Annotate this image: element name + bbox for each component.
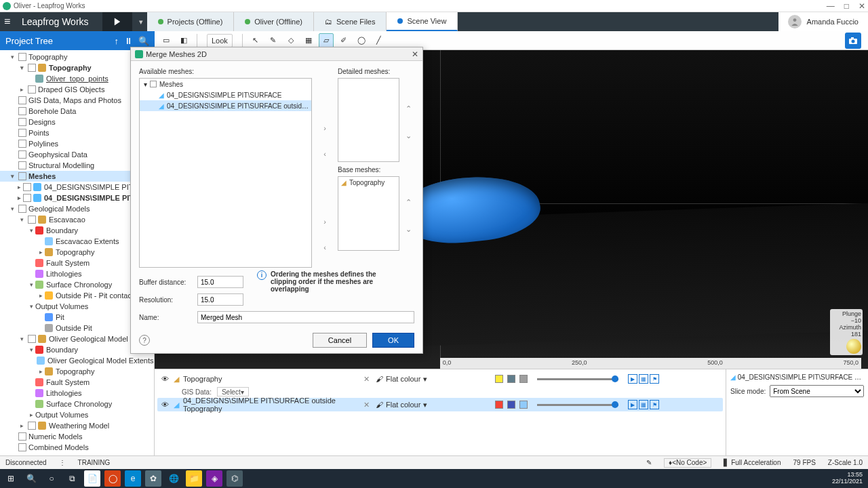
start-icon[interactable]: ⊞: [3, 470, 19, 487]
visibility-icon[interactable]: 👁: [160, 375, 170, 383]
move-down-icon[interactable]: ⌄: [403, 224, 414, 235]
tab-oliver[interactable]: Oliver (Offline): [234, 12, 314, 31]
app-icon[interactable]: ◯: [104, 470, 121, 487]
compass-ball-icon[interactable]: [846, 339, 861, 354]
move-down-icon[interactable]: ⌄: [403, 130, 414, 141]
gis-select[interactable]: Select ▾: [217, 387, 249, 396]
list-item[interactable]: ▾Meshes: [140, 79, 311, 89]
dialog-titlebar[interactable]: Merge Meshes 2D ✕: [131, 47, 422, 61]
resolution-input[interactable]: [197, 293, 243, 306]
tool-pen-icon[interactable]: ✎: [266, 33, 281, 48]
move-left-icon[interactable]: ‹: [319, 242, 330, 253]
taskbar-clock[interactable]: 13:55 22/11/2021: [832, 472, 865, 485]
tree-node[interactable]: Combined Models: [0, 442, 154, 453]
visibility-icon[interactable]: 👁: [160, 401, 170, 409]
menu-icon[interactable]: ≡: [4, 16, 18, 28]
tree-node[interactable]: Lithologies: [0, 388, 154, 399]
tree-node[interactable]: Numeric Models: [0, 431, 154, 442]
app-icon[interactable]: ◈: [206, 470, 222, 487]
look-dropdown[interactable]: Look: [207, 34, 233, 47]
move-up-icon[interactable]: ⌃: [403, 197, 414, 207]
edit-icon[interactable]: ✎: [646, 459, 652, 466]
shade-swatch-2[interactable]: [519, 375, 528, 383]
play-mini-icon[interactable]: ▶: [628, 400, 637, 409]
remove-icon[interactable]: ✕: [363, 375, 372, 384]
shade-swatch[interactable]: [507, 375, 515, 383]
dialog-close-icon[interactable]: ✕: [412, 49, 418, 59]
list-item[interactable]: ◢04_DESIGNS\SIMPLE PIT\SURFACE outsid…: [140, 100, 311, 111]
grid-mini-icon[interactable]: ▦: [639, 400, 648, 409]
tool-polygon-icon[interactable]: ◇: [283, 33, 298, 48]
user-menu[interactable]: Amanda Fuccio: [778, 12, 868, 31]
search-icon[interactable]: 🔍: [23, 470, 39, 487]
chevron-down-icon[interactable]: ▾: [423, 401, 427, 409]
opacity-slider[interactable]: [537, 378, 618, 380]
list-item[interactable]: ◢04_DESIGNS\SIMPLE PIT\SURFACE: [140, 89, 311, 100]
tab-projects[interactable]: Projects (Offline): [147, 12, 235, 31]
layer-row-surface[interactable]: 👁 ◢ 04_DESIGNS\SIMPLE PIT\SURFACE outsid…: [157, 398, 723, 411]
tool-window-icon[interactable]: ◧: [176, 33, 191, 48]
taskview-icon[interactable]: ⧉: [64, 470, 80, 487]
tree-node[interactable]: ▸Output Volumes: [0, 409, 154, 420]
cortana-icon[interactable]: ○: [43, 470, 60, 487]
tool-cursor-icon[interactable]: ↖: [248, 33, 263, 48]
edge-icon[interactable]: e: [125, 470, 141, 487]
flag-mini-icon[interactable]: ⚑: [650, 400, 659, 409]
buffer-distance-input[interactable]: [197, 276, 243, 288]
tool-edit-icon[interactable]: ✐: [336, 33, 351, 48]
up-arrow-icon[interactable]: ↑: [115, 36, 119, 46]
tool-grid-icon[interactable]: ▦: [301, 33, 316, 48]
tool-select-icon[interactable]: ▭: [159, 33, 174, 48]
move-up-icon[interactable]: ⌃: [403, 103, 414, 114]
opacity-slider[interactable]: [537, 404, 618, 406]
tab-scene-view[interactable]: Scene View: [387, 12, 458, 31]
layer-row-topography[interactable]: 👁 ◢ Topography ✕ 🖌 Flat colour ▾ ▶: [157, 372, 723, 386]
detailed-meshes-list[interactable]: [338, 78, 399, 162]
app-icon[interactable]: ✿: [145, 470, 161, 487]
tool-plane-icon[interactable]: ▱: [319, 33, 334, 48]
maximize-icon[interactable]: □: [844, 1, 849, 11]
slice-mode-select[interactable]: From Scene: [770, 385, 864, 397]
tree-node[interactable]: Surface Chronology: [0, 399, 154, 409]
pause-icon[interactable]: ⏸: [124, 36, 133, 46]
chrome-icon[interactable]: 🌐: [165, 470, 182, 487]
camera-button[interactable]: [845, 33, 861, 49]
status-dot-icon: [245, 19, 250, 24]
tool-line-icon[interactable]: ╱: [372, 33, 387, 48]
tree-node[interactable]: ▸Weathering Model: [0, 420, 154, 431]
colour-swatch[interactable]: [495, 375, 503, 383]
play-button[interactable]: [102, 12, 132, 31]
list-item[interactable]: ◢Topography: [338, 177, 399, 188]
svg-rect-3: [851, 37, 854, 39]
base-meshes-list[interactable]: ◢Topography: [338, 176, 399, 251]
leapfrog-icon[interactable]: ⌬: [226, 470, 243, 487]
ok-button[interactable]: OK: [372, 333, 414, 348]
close-icon[interactable]: ✕: [859, 1, 865, 11]
dropdown-icon[interactable]: ▾: [135, 18, 147, 26]
available-meshes-list[interactable]: ▾Meshes ◢04_DESIGNS\SIMPLE PIT\SURFACE ◢…: [139, 78, 312, 268]
shade-swatch[interactable]: [507, 401, 515, 409]
tree-node[interactable]: Fault System: [0, 377, 154, 388]
minimize-icon[interactable]: —: [827, 1, 835, 11]
move-right-icon[interactable]: ›: [319, 123, 330, 134]
colour-swatch[interactable]: [495, 401, 503, 409]
chevron-down-icon[interactable]: ▾: [423, 375, 427, 384]
grid-mini-icon[interactable]: ▦: [639, 374, 648, 384]
search-icon[interactable]: 🔍: [138, 36, 149, 46]
name-input[interactable]: [197, 311, 414, 323]
explorer-icon[interactable]: 📁: [186, 470, 202, 487]
app-icon[interactable]: 📄: [84, 470, 100, 487]
move-left-icon[interactable]: ‹: [319, 148, 330, 159]
remove-icon[interactable]: ✕: [363, 401, 372, 409]
help-icon[interactable]: ?: [139, 335, 150, 346]
tree-node[interactable]: Oliver Geological Model Extents: [0, 355, 154, 366]
tree-node[interactable]: ▸Topography: [0, 366, 154, 377]
shade-swatch-2[interactable]: [519, 401, 528, 409]
tab-scene-files[interactable]: 🗂Scene Files: [314, 12, 387, 31]
cancel-button[interactable]: Cancel: [313, 333, 367, 348]
flag-mini-icon[interactable]: ⚑: [650, 374, 659, 384]
move-right-icon[interactable]: ›: [319, 216, 330, 227]
tool-circle-icon[interactable]: ◯: [354, 33, 369, 48]
status-code[interactable]: ♦ <No Code>: [664, 458, 711, 468]
play-mini-icon[interactable]: ▶: [628, 374, 637, 384]
